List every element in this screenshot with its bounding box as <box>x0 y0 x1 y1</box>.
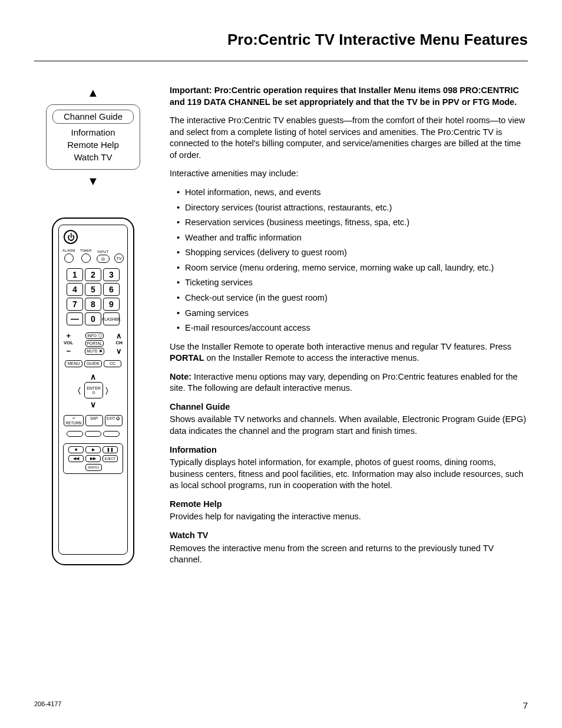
timer-label: TIMER <box>80 248 92 253</box>
page-number: 7 <box>523 700 528 711</box>
key-4: 4 <box>67 283 83 296</box>
color-button-icon <box>85 431 101 437</box>
key-3: 3 <box>103 268 120 281</box>
important-note: Important: Pro:Centric operation require… <box>170 85 528 108</box>
key-0: 0 <box>85 312 101 325</box>
vol-ch-block: + VOL − INFO ⓘ PORTAL MUTE ✖ ∧ CH ∨ <box>62 332 124 355</box>
key-7: 7 <box>67 298 83 311</box>
paragraph: Use the Installer Remote to operate both… <box>170 341 528 364</box>
section-heading: Remote Help <box>170 499 528 510</box>
color-buttons <box>62 431 124 437</box>
menu-item: Remote Help <box>49 139 137 151</box>
sap-button: SAP <box>85 415 103 426</box>
section-text: Typically displays hotel information, fo… <box>170 457 528 492</box>
tv-button-icon: TV <box>114 253 124 263</box>
dpad-left-icon: 〈 <box>73 386 81 397</box>
numpad: 1 2 3 4 5 6 7 8 9 — 0 FLASHBK <box>67 268 120 325</box>
list-item: Hotel information, news, and events <box>177 187 528 199</box>
color-button-icon <box>103 431 120 437</box>
info-button: INFO ⓘ <box>85 332 103 339</box>
paragraph: The interactive Pro:Centric TV enables g… <box>170 115 528 161</box>
menu-item: Information <box>49 126 137 139</box>
dpad: ∧ ∨ 〈 〉 ENTER ⊙ <box>70 372 117 410</box>
eject-button: EJECT <box>103 455 118 462</box>
amenities-list: Hotel information, news, and events Dire… <box>170 187 528 334</box>
stop-icon: ■ <box>68 446 84 453</box>
play-icon: ▶ <box>85 446 101 453</box>
dpad-up-icon: ∧ <box>90 371 96 383</box>
fastforward-icon: ▶▶ <box>85 455 101 462</box>
minus-icon: − <box>66 347 71 355</box>
rewind-icon: ◀◀ <box>68 455 84 462</box>
remote-control-diagram: ⏻ ALARM TIMER INPUT⊟ TV 1 2 3 4 5 6 <box>52 218 134 565</box>
paragraph: Interactive amenities may include: <box>170 168 528 180</box>
list-item: Weather and traffic information <box>177 232 528 244</box>
menu-box: Channel Guide Information Remote Help Wa… <box>46 104 140 170</box>
key-5: 5 <box>85 283 101 296</box>
horizontal-rule <box>34 61 528 61</box>
mute-button: MUTE ✖ <box>85 348 104 354</box>
doc-number: 206-4177 <box>34 700 62 711</box>
main-text: Important: Pro:Centric operation require… <box>170 85 528 573</box>
list-item: Gaming services <box>177 308 528 319</box>
key-dash: — <box>67 312 83 325</box>
cc-button: CC <box>104 360 121 367</box>
vol-label: VOL <box>64 340 73 347</box>
ratio-button: RATIO <box>85 464 102 471</box>
input-label: INPUT <box>97 249 108 254</box>
exit-button: EXIT ⏻ <box>105 415 123 426</box>
onscreen-menu-diagram: ▲ Channel Guide Information Remote Help … <box>46 85 140 189</box>
section-heading: Information <box>170 444 528 456</box>
alarm-button-icon <box>64 253 74 263</box>
list-item: E-mail resources/account access <box>177 322 528 334</box>
key-6: 6 <box>103 283 120 296</box>
list-item: Ticketing services <box>177 277 528 289</box>
note: Note: Interactive menu options may vary,… <box>170 371 528 394</box>
dpad-right-icon: 〉 <box>105 386 113 397</box>
section-text: Provides help for navigating the interac… <box>170 511 528 523</box>
page-title: Pro:Centric TV Interactive Menu Features <box>34 29 528 50</box>
chevron-up-icon: ∧ <box>116 332 122 340</box>
key-flashbk: FLASHBK <box>103 312 120 325</box>
list-item: Check-out service (in the guest room) <box>177 292 528 304</box>
menu-item-selected: Channel Guide <box>52 110 134 124</box>
menu-button: MENU <box>65 360 82 367</box>
enter-button: ENTER ⊙ <box>84 382 103 398</box>
return-button: ↶RETURN <box>64 415 83 426</box>
dpad-down-icon: ∨ <box>90 399 96 410</box>
key-2: 2 <box>85 268 101 281</box>
alarm-label: ALARM <box>62 248 75 253</box>
triangle-down-icon: ▼ <box>87 173 99 189</box>
section-heading: Channel Guide <box>170 401 528 413</box>
power-icon: ⏻ <box>64 230 78 244</box>
chevron-down-icon: ∨ <box>116 347 122 355</box>
key-8: 8 <box>85 298 101 311</box>
list-item: Directory services (tourist attractions,… <box>177 202 528 214</box>
list-item: Shopping services (delivery to guest roo… <box>177 247 528 259</box>
media-controls: ■ ▶ ❚❚ ◀◀ ▶▶ EJECT RATIO <box>63 443 123 474</box>
triangle-up-icon: ▲ <box>87 85 99 101</box>
key-9: 9 <box>103 298 120 311</box>
section-heading: Watch TV <box>170 530 528 542</box>
timer-button-icon <box>81 253 91 263</box>
key-1: 1 <box>67 268 83 281</box>
pause-icon: ❚❚ <box>103 446 118 453</box>
section-text: Shows available TV networks and channels… <box>170 414 528 437</box>
guide-button: GUIDE <box>84 360 102 367</box>
list-item: Reservation services (business meetings,… <box>177 217 528 229</box>
color-button-icon <box>67 431 83 437</box>
list-item: Room service (menu ordering, memo servic… <box>177 262 528 274</box>
plus-icon: + <box>66 332 71 340</box>
portal-button: PORTAL <box>85 340 104 347</box>
input-button-icon: ⊟ <box>97 255 110 263</box>
ch-label: CH <box>115 340 123 347</box>
menu-item: Watch TV <box>49 151 137 163</box>
section-text: Removes the interactive menu from the sc… <box>170 543 528 566</box>
